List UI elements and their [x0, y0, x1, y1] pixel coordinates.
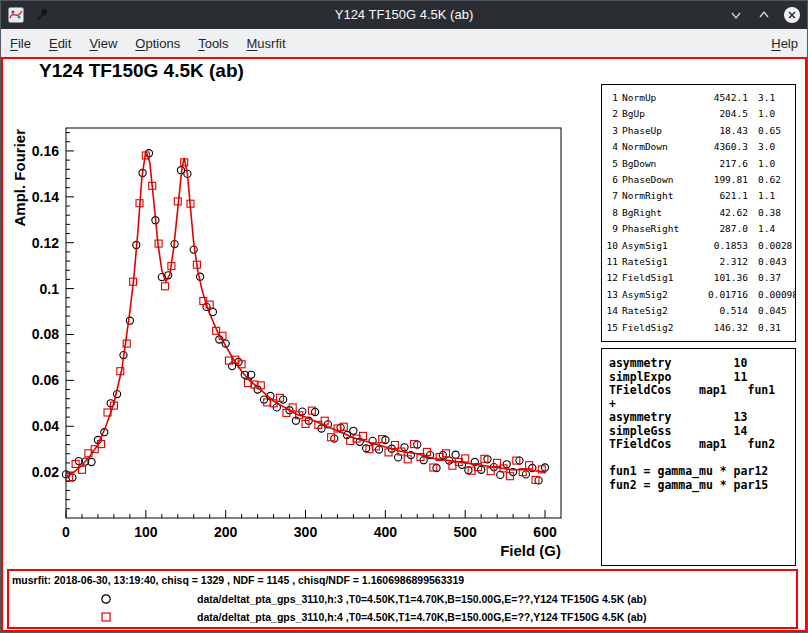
svg-text:0.04: 0.04: [32, 418, 59, 434]
param-row: 15FieldSig2146.320.31: [606, 320, 791, 336]
close-button[interactable]: [783, 6, 801, 24]
legend-marker-square-icon: [99, 610, 113, 624]
menubar-spacer: [295, 29, 763, 57]
menubar: File Edit View Options Tools Musrfit Hel…: [1, 29, 807, 58]
menu-file[interactable]: File: [1, 29, 40, 57]
legend-label: data/deltat_pta_gps_3110,h:3 ,T0=4.50K,T…: [197, 593, 646, 605]
svg-text:500: 500: [454, 524, 478, 540]
menu-edit[interactable]: Edit: [40, 29, 80, 57]
menu-help[interactable]: Help: [762, 29, 807, 57]
param-row: 7NormRight621.11.1: [606, 188, 791, 204]
param-row: 14RateSig20.5140.045: [606, 303, 791, 319]
param-row: 2BgUp204.51.0: [606, 106, 791, 122]
param-row: 12FieldSig1101.360.37: [606, 270, 791, 286]
svg-text:Ampl. Fourier: Ampl. Fourier: [11, 129, 28, 227]
menu-musrfit[interactable]: Musrfit: [238, 29, 295, 57]
param-row: 10AsymSig10.18530.0028: [606, 238, 791, 254]
chevron-down-icon: [727, 6, 745, 24]
param-row: 9PhaseRight287.01.4: [606, 221, 791, 237]
svg-text:100: 100: [134, 524, 158, 540]
svg-text:0.1: 0.1: [40, 281, 60, 297]
app-icon-graphic: [8, 7, 24, 23]
legend-entry: data/deltat_pta_gps_3110,h:4 ,T0=4.50K,T…: [9, 609, 796, 627]
application-window: { "window": { "title": "Y124 TF150G 4.5K…: [0, 0, 808, 633]
theory-text: asymmetry 10 simplExpo 11 TFieldCos map1…: [602, 349, 795, 500]
svg-text:0.14: 0.14: [32, 189, 59, 205]
chevron-up-icon: [755, 6, 773, 24]
svg-text:0: 0: [62, 524, 70, 540]
param-row: 8BgRight42.620.38: [606, 205, 791, 221]
root-canvas[interactable]: Y124 TF150G 4.5K (ab) 010020030040050060…: [1, 57, 807, 632]
menu-options[interactable]: Options: [126, 29, 189, 57]
plot-legend: data/deltat_pta_gps_3110,h:3 ,T0=4.50K,T…: [9, 591, 796, 627]
svg-text:400: 400: [374, 524, 398, 540]
pin-icon[interactable]: [33, 6, 51, 24]
menu-view[interactable]: View: [80, 29, 126, 57]
svg-text:600: 600: [533, 524, 557, 540]
svg-text:0.12: 0.12: [32, 235, 59, 251]
window-title: Y124 TF150G 4.5K (ab): [1, 1, 807, 29]
fit-info-line: musrfit: 2018-06-30, 13:19:40, chisq = 1…: [12, 574, 464, 586]
param-row: 13AsymSig20.017160.00098: [606, 287, 791, 303]
svg-text:300: 300: [294, 524, 318, 540]
app-icon[interactable]: [7, 6, 25, 24]
titlebar[interactable]: Y124 TF150G 4.5K (ab): [1, 1, 807, 29]
legend-label: data/deltat_pta_gps_3110,h:4 ,T0=4.50K,T…: [197, 611, 646, 623]
svg-text:Field (G): Field (G): [500, 542, 561, 559]
svg-text:0.08: 0.08: [32, 326, 59, 342]
theory-box: asymmetry 10 simplExpo 11 TFieldCos map1…: [601, 348, 796, 566]
legend-entry: data/deltat_pta_gps_3110,h:3 ,T0=4.50K,T…: [9, 591, 796, 609]
svg-text:200: 200: [214, 524, 238, 540]
svg-text:0.16: 0.16: [32, 143, 59, 159]
menu-tools[interactable]: Tools: [189, 29, 237, 57]
fit-info-pad: musrfit: 2018-06-30, 13:19:40, chisq = 1…: [7, 569, 798, 629]
param-row: 6PhaseDown199.810.62: [606, 172, 791, 188]
param-row: 3PhaseUp18.430.65: [606, 123, 791, 139]
close-icon: [783, 6, 801, 24]
param-row: 11RateSig12.3120.043: [606, 254, 791, 270]
parameter-box: 1NormUp4542.13.12BgUp204.51.03PhaseUp18.…: [601, 84, 796, 342]
param-row: 5BgDown217.61.0: [606, 156, 791, 172]
maximize-button[interactable]: [755, 6, 773, 24]
minimize-button[interactable]: [727, 6, 745, 24]
param-row: 4NormDown4360.33.0: [606, 139, 791, 155]
svg-text:0.02: 0.02: [32, 464, 59, 480]
svg-text:0.06: 0.06: [32, 372, 59, 388]
legend-marker-circle-icon: [99, 592, 113, 606]
param-row: 1NormUp4542.13.1: [606, 90, 791, 106]
